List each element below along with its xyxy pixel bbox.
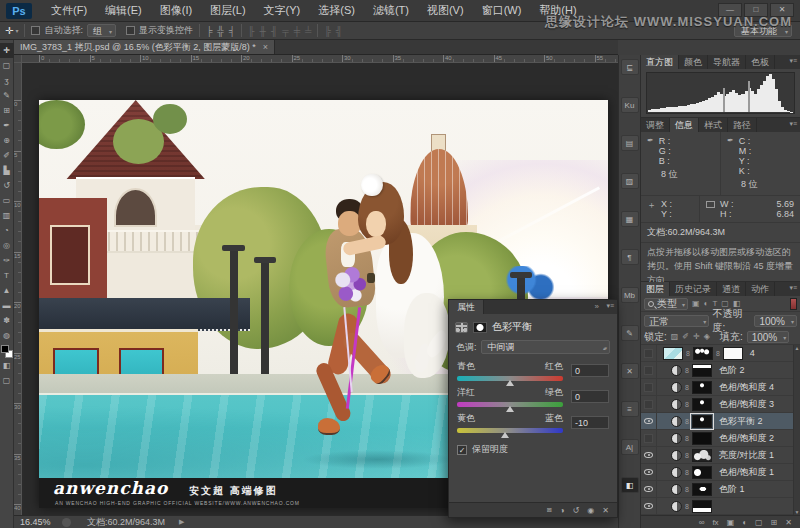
- collapsed-panel-kuler-icon[interactable]: Ku: [621, 97, 639, 113]
- panel-menu-icon[interactable]: ▾≡: [789, 284, 797, 292]
- fill-dropdown[interactable]: 100%: [747, 331, 790, 343]
- slider-thumb[interactable]: [501, 432, 509, 438]
- status-options-arrow-icon[interactable]: ▶: [179, 518, 184, 526]
- adjustment-layer-icon[interactable]: [671, 484, 682, 495]
- menu-item-7[interactable]: 视图(V): [418, 3, 473, 18]
- blend-mode-dropdown[interactable]: 正常: [644, 315, 709, 327]
- eraser-tool[interactable]: ▭: [0, 193, 14, 208]
- path-selection-tool[interactable]: ▲: [0, 283, 14, 298]
- gradient-tool[interactable]: ▥: [0, 208, 14, 223]
- layer-mask-thumbnail[interactable]: [692, 466, 712, 479]
- menu-item-0[interactable]: 文件(F): [42, 3, 96, 18]
- histogram-tab-1[interactable]: 颜色: [679, 55, 708, 69]
- distribute-left-icon[interactable]: ╤: [282, 26, 288, 36]
- collapsed-panel-styles-icon[interactable]: ▨: [621, 173, 639, 189]
- quick-selection-tool[interactable]: ✎: [0, 88, 14, 103]
- auto-select-checkbox[interactable]: [31, 26, 40, 35]
- add-mask-icon[interactable]: ▣: [727, 518, 735, 527]
- layer-mask-thumbnail[interactable]: [692, 500, 712, 513]
- new-layer-icon[interactable]: ⊞: [771, 518, 778, 527]
- collapsed-panel-clone-source-icon[interactable]: ⊑: [621, 59, 639, 75]
- info-tab-2[interactable]: 样式: [699, 118, 728, 132]
- layers-tab-1[interactable]: 历史记录: [670, 282, 717, 296]
- lock-paint-icon[interactable]: ✐: [682, 332, 689, 341]
- distribute-right-icon[interactable]: ╧: [305, 26, 311, 36]
- slider-track[interactable]: [457, 402, 563, 407]
- align-center-icon[interactable]: ╬: [217, 26, 223, 36]
- distribute-bottom-icon[interactable]: ╢: [271, 26, 277, 36]
- layers-scrollbar[interactable]: ▲▼: [793, 345, 800, 515]
- layer-visibility-toggle[interactable]: [641, 430, 657, 446]
- collapsed-panel-brush-icon[interactable]: ✎: [621, 325, 639, 341]
- layer-visibility-toggle[interactable]: [641, 464, 657, 480]
- collapsed-panel-adjustments-icon[interactable]: ▤: [621, 135, 639, 151]
- foreground-color-swatch[interactable]: [1, 345, 9, 353]
- shape-tool[interactable]: ▬: [0, 298, 14, 313]
- layer-row[interactable]: 8色相/饱和度 4: [641, 379, 800, 396]
- layer-row[interactable]: 8色彩平衡 2: [641, 413, 800, 430]
- clip-to-layer-icon[interactable]: ⧈: [547, 505, 552, 515]
- layer-mask-thumbnail[interactable]: [692, 449, 712, 462]
- zoom-level-field[interactable]: 16.45%: [20, 517, 62, 527]
- slider-value-field[interactable]: 0: [571, 390, 609, 403]
- info-tab-0[interactable]: 调整: [641, 118, 670, 132]
- layer-mask-thumbnail[interactable]: [693, 347, 713, 360]
- layer-visibility-toggle[interactable]: [641, 396, 657, 412]
- layer-mask-thumbnail[interactable]: [692, 398, 712, 411]
- history-brush-tool[interactable]: ↺: [0, 178, 14, 193]
- layer-visibility-toggle[interactable]: [641, 362, 657, 378]
- filter-pixel-icon[interactable]: ▣: [692, 299, 700, 308]
- layer-mask-thumbnail[interactable]: [692, 364, 712, 377]
- panel-menu-icon[interactable]: ▾≡: [789, 120, 797, 128]
- show-transform-checkbox[interactable]: [126, 26, 135, 35]
- link-layers-icon[interactable]: ∞: [699, 518, 705, 527]
- adjustment-layer-icon[interactable]: [671, 501, 682, 512]
- reset-icon[interactable]: ↺: [573, 506, 580, 515]
- new-adjustment-layer-icon[interactable]: ◐: [742, 518, 747, 527]
- adjustment-layer-icon[interactable]: [671, 416, 682, 427]
- document-tab[interactable]: IMG_3783_1 拷贝.psd @ 16.5% (色彩平衡 2, 图层蒙版/…: [14, 40, 275, 54]
- layer-row[interactable]: 8亮度/对比度 1: [641, 447, 800, 464]
- panel-menu-icon[interactable]: ▾≡: [789, 57, 797, 65]
- tone-dropdown[interactable]: 中间调: [481, 340, 610, 354]
- auto-align-icon[interactable]: ╠: [324, 26, 330, 36]
- layer-visibility-toggle[interactable]: [641, 413, 657, 429]
- tool-preset-caret-icon[interactable]: ▾: [15, 27, 18, 34]
- layer-mask-thumbnail[interactable]: [692, 432, 712, 445]
- menu-item-8[interactable]: 窗口(W): [473, 3, 531, 18]
- slider-thumb[interactable]: [506, 380, 514, 386]
- close-document-icon[interactable]: ×: [263, 42, 268, 52]
- collapsed-panel-character-icon[interactable]: A|: [621, 439, 639, 455]
- menu-item-1[interactable]: 编辑(E): [96, 3, 151, 18]
- layer-row[interactable]: 8色相/饱和度 1: [641, 464, 800, 481]
- lock-all-icon[interactable]: ◈: [704, 332, 710, 341]
- layer-visibility-toggle[interactable]: [641, 481, 657, 497]
- delete-layer-icon[interactable]: ✕: [785, 518, 792, 527]
- collapsed-panel-measurement-log-icon[interactable]: Mb: [621, 287, 639, 303]
- type-tool[interactable]: T: [0, 268, 14, 283]
- adjustment-layer-icon[interactable]: [671, 399, 682, 410]
- color-swatches[interactable]: [1, 345, 13, 358]
- filter-toggle-switch[interactable]: [790, 298, 797, 310]
- slider-thumb[interactable]: [506, 406, 514, 412]
- lock-transparency-icon[interactable]: ▨: [671, 332, 679, 341]
- pen-tool[interactable]: ✑: [0, 253, 14, 268]
- blur-tool[interactable]: ◔: [0, 223, 14, 238]
- visibility-icon[interactable]: ◉: [587, 506, 594, 515]
- panel-menu-icon[interactable]: ▾≡: [606, 302, 614, 310]
- layer-row[interactable]: 8色相/饱和度 3: [641, 396, 800, 413]
- info-tab-1[interactable]: 信息: [670, 118, 699, 132]
- adjustment-layer-icon[interactable]: [671, 382, 682, 393]
- brush-tool[interactable]: ✐: [0, 148, 14, 163]
- new-group-icon[interactable]: ▢: [755, 518, 763, 527]
- filter-adjustment-icon[interactable]: ◐: [704, 299, 709, 308]
- histogram-tab-3[interactable]: 色板: [746, 55, 775, 69]
- layer-visibility-toggle[interactable]: [641, 447, 657, 463]
- opacity-dropdown[interactable]: 100%: [754, 315, 797, 327]
- healing-brush-tool[interactable]: ⊕: [0, 133, 14, 148]
- collapsed-panel-masks-icon[interactable]: ≡: [621, 401, 639, 417]
- collapse-panel-icon[interactable]: »: [595, 302, 599, 311]
- distribute-middle-icon[interactable]: ╫: [259, 26, 265, 36]
- layer-image-thumbnail[interactable]: [663, 347, 683, 360]
- layers-tab-0[interactable]: 图层: [641, 282, 670, 296]
